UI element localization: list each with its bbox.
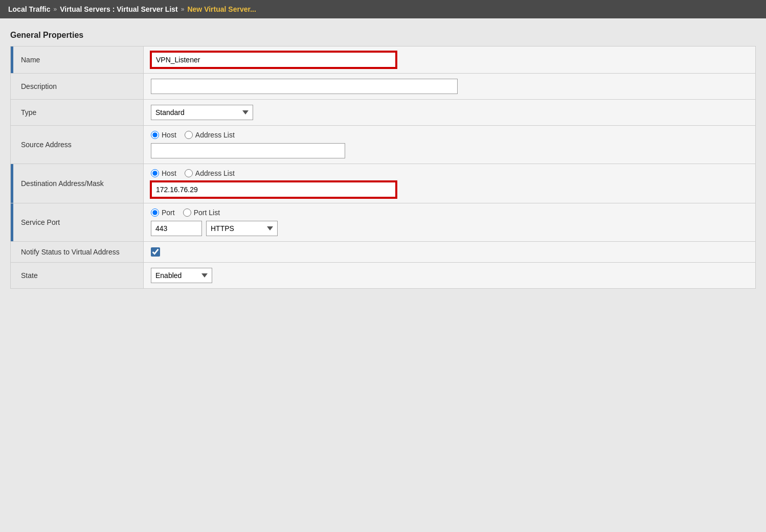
dest-host-radio[interactable]: [151, 169, 159, 177]
notify-status-value-cell: [144, 242, 756, 263]
port-number-input[interactable]: [151, 221, 202, 236]
description-row: Description: [11, 74, 756, 100]
source-host-radio-label[interactable]: Host: [151, 131, 176, 139]
notify-status-checkbox[interactable]: [151, 247, 160, 257]
state-select[interactable]: Enabled Disabled: [151, 268, 212, 283]
service-port-value-cell: Port Port List HTTPS HTTP FTP SSH Telnet: [144, 203, 756, 242]
source-address-value-cell: Host Address List: [144, 126, 756, 164]
state-value-cell: Enabled Disabled: [144, 263, 756, 289]
dest-address-list-radio[interactable]: [185, 169, 193, 177]
state-label: State: [11, 263, 144, 289]
notify-status-row: Notify Status to Virtual Address: [11, 242, 756, 263]
source-address-list-radio[interactable]: [185, 131, 193, 139]
notify-status-label: Notify Status to Virtual Address: [11, 242, 144, 263]
general-properties-table: Name Description Type Standard Forw: [10, 46, 756, 289]
port-radio-label[interactable]: Port: [151, 209, 175, 217]
state-row: State Enabled Disabled: [11, 263, 756, 289]
type-label: Type: [11, 100, 144, 126]
type-value-cell: Standard Forwarding (Layer 2) Forwarding…: [144, 100, 756, 126]
description-label: Description: [11, 74, 144, 100]
port-input-row: HTTPS HTTP FTP SSH Telnet Custom: [151, 221, 748, 236]
source-address-radio-group: Host Address List: [151, 131, 748, 139]
name-row: Name: [11, 47, 756, 74]
service-port-label: Service Port: [11, 203, 144, 242]
breadcrumb: Local Traffic » Virtual Servers : Virtua…: [0, 0, 766, 18]
notify-status-checkbox-cell: [151, 247, 748, 257]
type-select[interactable]: Standard Forwarding (Layer 2) Forwarding…: [151, 105, 253, 120]
source-address-input[interactable]: [151, 143, 345, 158]
dest-address-list-radio-label[interactable]: Address List: [185, 169, 235, 177]
source-host-radio[interactable]: [151, 131, 159, 139]
description-value-cell: [144, 74, 756, 100]
page-content: General Properties Name Description Type: [0, 18, 766, 299]
destination-address-label: Destination Address/Mask: [11, 164, 144, 203]
service-port-row: Service Port Port Port List HTT: [11, 203, 756, 242]
source-address-list-radio-label[interactable]: Address List: [185, 131, 235, 139]
description-input[interactable]: [151, 79, 458, 94]
name-value-cell: [144, 47, 756, 74]
breadcrumb-sep2: »: [181, 6, 185, 13]
destination-address-input[interactable]: [151, 181, 396, 198]
breadcrumb-new-virtual-server: New Virtual Server...: [187, 5, 256, 13]
port-list-radio[interactable]: [183, 209, 191, 217]
breadcrumb-local-traffic[interactable]: Local Traffic: [8, 5, 50, 13]
protocol-select[interactable]: HTTPS HTTP FTP SSH Telnet Custom: [206, 221, 278, 236]
breadcrumb-virtual-servers[interactable]: Virtual Servers : Virtual Server List: [60, 5, 178, 13]
service-port-radio-group: Port Port List: [151, 209, 748, 217]
destination-address-value-cell: Host Address List: [144, 164, 756, 203]
name-label: Name: [11, 47, 144, 74]
section-title: General Properties: [10, 31, 756, 40]
destination-address-row: Destination Address/Mask Host Address Li…: [11, 164, 756, 203]
breadcrumb-sep1: »: [53, 6, 57, 13]
name-input[interactable]: [151, 52, 396, 68]
port-radio[interactable]: [151, 209, 159, 217]
port-list-radio-label[interactable]: Port List: [183, 209, 220, 217]
destination-address-radio-group: Host Address List: [151, 169, 748, 177]
dest-host-radio-label[interactable]: Host: [151, 169, 176, 177]
source-address-row: Source Address Host Address List: [11, 126, 756, 164]
type-row: Type Standard Forwarding (Layer 2) Forwa…: [11, 100, 756, 126]
source-address-label: Source Address: [11, 126, 144, 164]
